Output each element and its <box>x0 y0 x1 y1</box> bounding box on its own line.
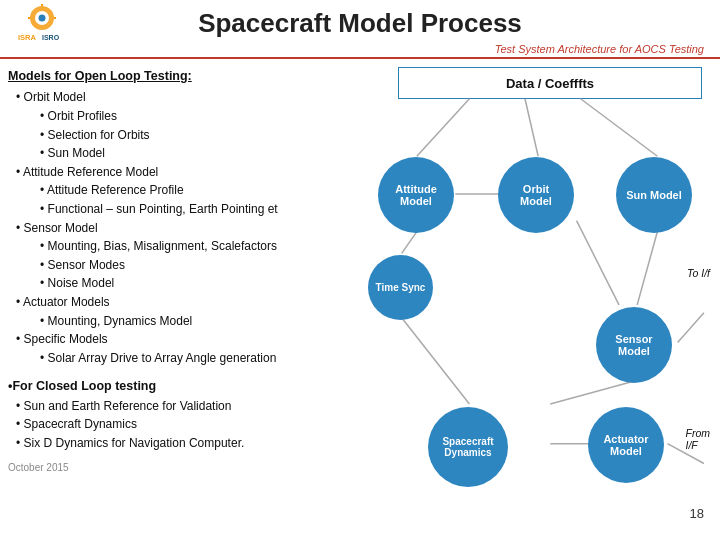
svg-text:ISRA: ISRA <box>18 33 37 42</box>
closed-loop-heading: •For Closed Loop testing <box>8 377 334 396</box>
label-to-if: To I/f <box>687 267 710 279</box>
circle-attitude: AttitudeModel <box>378 157 454 233</box>
specific-sub-list: Solar Array Drive to Array Angle generat… <box>16 349 334 368</box>
circle-actuator: ActuatorModel <box>588 407 664 483</box>
svg-line-13 <box>577 221 619 305</box>
svg-line-9 <box>525 99 538 156</box>
list-item: Attitude Reference Model Attitude Refere… <box>8 163 334 219</box>
list-item: Sensor Model Mounting, Bias, Misalignmen… <box>8 219 334 293</box>
label-from-if: FromI/F <box>686 427 711 451</box>
circle-orbit: OrbitModel <box>498 157 574 233</box>
list-item: Sun Model <box>32 144 334 163</box>
list-item: Attitude Reference Profile <box>32 181 334 200</box>
circle-sun: Sun Model <box>616 157 692 233</box>
list-item: Selection for Orbits <box>32 126 334 145</box>
list-item: Mounting, Bias, Misalignment, Scalefacto… <box>32 237 334 256</box>
diagram-area: Data / Coefffts <box>338 67 712 523</box>
svg-line-8 <box>417 99 470 156</box>
page-title: Spacecraft Model Process <box>198 8 522 39</box>
list-item: Noise Model <box>32 274 334 293</box>
header: ISRA ISRO Spacecraft Model Process <box>0 0 720 43</box>
actuator-sub-list: Mounting, Dynamics Model <box>16 312 334 331</box>
svg-line-15 <box>678 313 704 343</box>
list-item: Orbit Model Orbit Profiles Selection for… <box>8 88 334 162</box>
list-item: Specific Models Solar Array Drive to Arr… <box>8 330 334 367</box>
isro-logo: ISRA ISRO <box>16 4 68 46</box>
data-coeffs-box: Data / Coefffts <box>398 67 702 99</box>
svg-line-14 <box>637 232 657 305</box>
main-content: Models for Open Loop Testing: Orbit Mode… <box>0 63 720 523</box>
circle-spacecraft: SpacecraftDynamics <box>428 407 508 487</box>
list-item: Solar Array Drive to Array Angle generat… <box>32 349 334 368</box>
circle-timesync: Time Sync <box>368 255 433 320</box>
list-item: Functional – sun Pointing, Earth Pointin… <box>32 200 334 219</box>
svg-line-19 <box>402 318 470 404</box>
open-loop-heading: Models for Open Loop Testing: <box>8 67 334 86</box>
page-number: 18 <box>690 506 704 521</box>
svg-line-16 <box>550 380 637 404</box>
svg-point-2 <box>39 15 46 22</box>
left-column: Models for Open Loop Testing: Orbit Mode… <box>8 67 338 523</box>
list-item: Orbit Profiles <box>32 107 334 126</box>
circle-sensor: SensorModel <box>596 307 672 383</box>
svg-line-11 <box>402 232 417 254</box>
list-item: Sun and Earth Reference for Validation <box>8 397 334 416</box>
list-item: Six D Dynamics for Navigation Computer. <box>8 434 334 453</box>
list-item: Sensor Modes <box>32 256 334 275</box>
list-item: Spacecraft Dynamics <box>8 415 334 434</box>
list-item: Actuator Models Mounting, Dynamics Model <box>8 293 334 330</box>
closed-loop-list: Sun and Earth Reference for Validation S… <box>8 397 334 453</box>
subtitle-bar: Test System Architecture for AOCS Testin… <box>0 43 720 59</box>
subtitle-text: Test System Architecture for AOCS Testin… <box>495 43 704 55</box>
svg-line-10 <box>581 99 658 156</box>
open-loop-list: Orbit Model Orbit Profiles Selection for… <box>8 88 334 367</box>
list-item: Mounting, Dynamics Model <box>32 312 334 331</box>
orbit-sub-list: Orbit Profiles Selection for Orbits Sun … <box>16 107 334 163</box>
logo-area: ISRA ISRO <box>16 4 68 46</box>
svg-text:ISRO: ISRO <box>42 34 60 41</box>
sensor-sub-list: Mounting, Bias, Misalignment, Scalefacto… <box>16 237 334 293</box>
attitude-sub-list: Attitude Reference Profile Functional – … <box>16 181 334 218</box>
footer-label: October 2015 <box>8 460 334 476</box>
